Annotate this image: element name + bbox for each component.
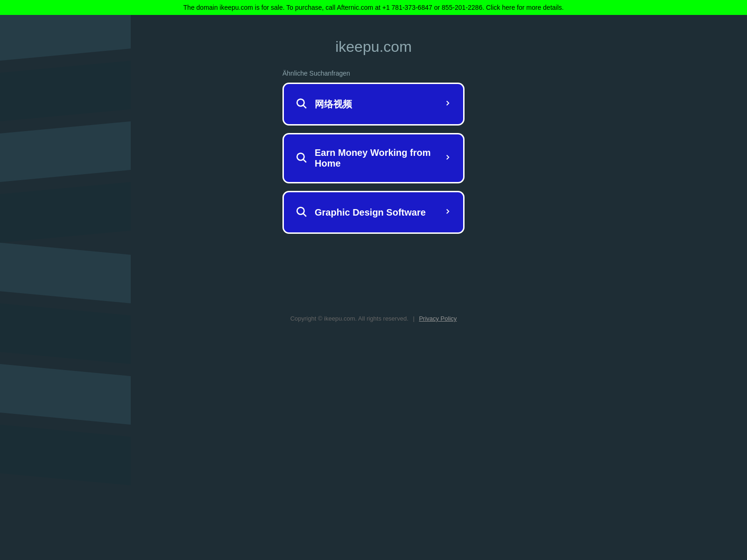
bg-shape-right-1 xyxy=(0,243,131,303)
chevron-icon-2 xyxy=(444,153,452,163)
search-icon-2 xyxy=(295,151,307,165)
bg-shape-right-3 xyxy=(0,364,131,425)
svg-line-1 xyxy=(303,105,306,108)
svg-point-2 xyxy=(297,153,304,160)
search-item-label-2: Earn Money Working from Home xyxy=(315,147,444,169)
search-item-2[interactable]: Earn Money Working from Home xyxy=(282,133,465,183)
svg-line-5 xyxy=(303,214,306,217)
search-item-label-3: Graphic Design Software xyxy=(315,207,444,218)
search-icon-1 xyxy=(295,97,307,111)
search-items-list: 网络视频 Earn Money Working from Home xyxy=(282,83,465,234)
banner-text: The domain ikeepu.com is for sale. To pu… xyxy=(183,4,564,11)
search-item-label-1: 网络视频 xyxy=(315,98,444,111)
svg-point-0 xyxy=(297,99,304,106)
bg-shape-right-4 xyxy=(0,425,131,485)
footer-copyright: Copyright © ikeepu.com. All rights reser… xyxy=(290,315,409,322)
chevron-icon-3 xyxy=(444,207,452,217)
search-item-1[interactable]: 网络视频 xyxy=(282,83,465,126)
section-label: Ähnliche Suchanfragen xyxy=(282,70,350,77)
search-icon-3 xyxy=(295,205,307,219)
svg-line-3 xyxy=(303,160,306,162)
svg-point-4 xyxy=(297,207,304,214)
footer: Copyright © ikeepu.com. All rights reser… xyxy=(0,315,747,322)
site-title: ikeepu.com xyxy=(335,38,412,56)
bg-shape-right-2 xyxy=(0,303,131,364)
main-content: ikeepu.com Ähnliche Suchanfragen 网络视频 xyxy=(0,15,747,234)
search-item-3[interactable]: Graphic Design Software xyxy=(282,191,465,234)
domain-sale-banner[interactable]: The domain ikeepu.com is for sale. To pu… xyxy=(0,0,747,15)
chevron-icon-1 xyxy=(444,99,452,109)
footer-separator: | xyxy=(413,315,414,322)
privacy-policy-link[interactable]: Privacy Policy xyxy=(419,315,457,322)
